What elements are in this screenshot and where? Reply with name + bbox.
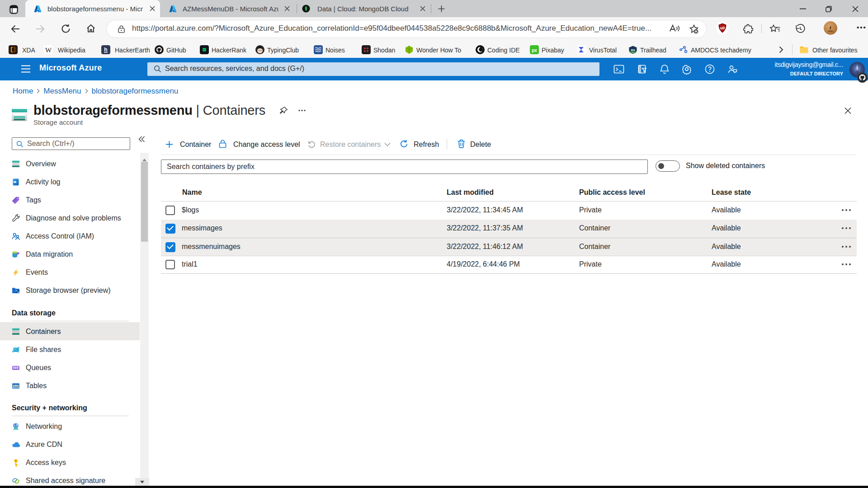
svg-text:W: W bbox=[45, 47, 52, 54]
svg-text:px: px bbox=[532, 48, 537, 53]
svg-text:h: h bbox=[104, 47, 107, 53]
svg-text:H: H bbox=[203, 48, 205, 51]
svg-text:u0: u0 bbox=[720, 26, 725, 30]
